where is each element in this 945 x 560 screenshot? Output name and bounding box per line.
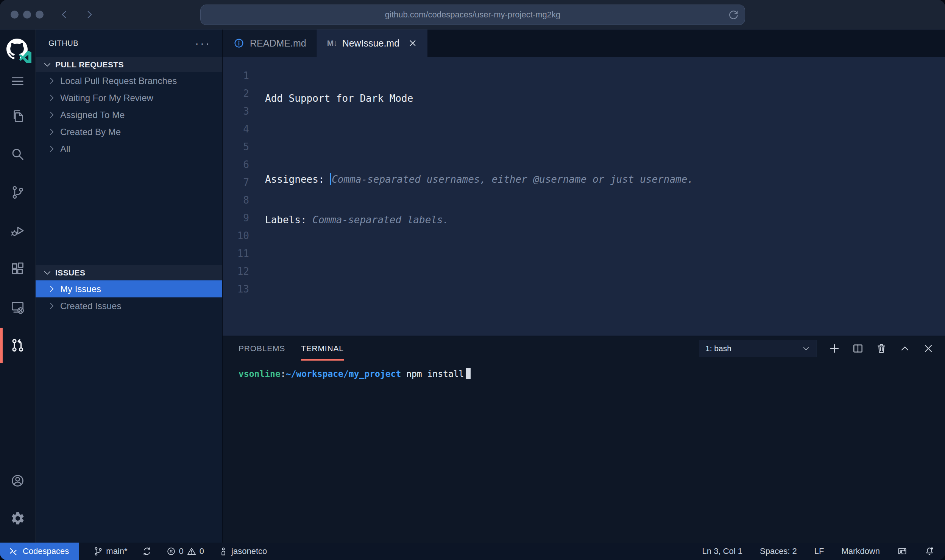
menu-icon[interactable] [0,65,36,97]
git-branch-icon [93,546,103,556]
notifications-button[interactable] [925,546,934,556]
chevron-right-icon [47,144,56,154]
eol-indicator[interactable]: LF [814,546,824,556]
remote-explorer-icon[interactable] [0,288,36,326]
sidebar-item-created-by-me[interactable]: Created By Me [36,123,222,140]
warning-icon [187,546,196,556]
bottom-panel: PROBLEMS TERMINAL 1: bash [223,336,945,543]
terminal[interactable]: vsonline:~/workspace/my_project npm inst… [223,361,945,379]
forward-arrow-icon[interactable] [84,9,94,20]
chevron-right-icon [47,301,56,311]
sidebar-item-local-pull-request-branches[interactable]: Local Pull Request Branches [36,72,222,89]
url-text: github.com/codespaces/user-my-project-mg… [385,10,560,20]
problems-indicator[interactable]: 0 0 [166,546,204,556]
sidebar-title: GITHUB [48,39,195,48]
maximize-panel-icon[interactable] [899,342,911,355]
source-control-icon[interactable] [0,173,36,212]
tab-terminal[interactable]: TERMINAL [301,336,344,361]
chevron-right-icon [47,284,56,294]
chevron-right-icon [47,110,56,120]
account-icon[interactable] [0,462,36,499]
close-window-button[interactable] [11,11,19,19]
new-terminal-icon[interactable] [828,342,841,355]
panel-header: PROBLEMS TERMINAL 1: bash [223,336,945,361]
split-terminal-icon[interactable] [852,342,864,355]
bell-icon [925,546,934,556]
run-debug-icon[interactable] [0,212,36,250]
editor-tab-bar: README.md M↓ NewIssue.md [223,30,945,57]
chevron-right-icon [47,127,56,137]
address-bar[interactable]: github.com/codespaces/user-my-project-mg… [200,5,745,25]
close-panel-icon[interactable] [922,342,934,355]
chevron-right-icon [47,76,56,86]
terminal-shell-select[interactable]: 1: bash [699,340,817,357]
sidebar-item-created-issues[interactable]: Created Issues [36,297,222,314]
user-indicator[interactable]: jasonetco [218,546,267,556]
explorer-icon[interactable] [0,97,36,135]
chevron-down-icon [42,268,52,278]
activity-bar [0,30,36,543]
sidebar-item-my-issues[interactable]: My Issues [36,280,222,297]
tab-newissue[interactable]: M↓ NewIssue.md [317,30,427,57]
code-line: Assignees: Comma-separated usernames, ei… [265,171,828,188]
browser-chrome: github.com/codespaces/user-my-project-mg… [0,0,945,30]
window-controls [11,11,44,19]
github-pull-request-icon[interactable] [0,326,36,364]
remote-icon [8,546,18,556]
codespaces-window: github.com/codespaces/user-my-project-mg… [0,0,945,560]
close-icon[interactable] [408,38,418,48]
person-icon [218,546,228,556]
sidebar-header: GITHUB ··· [36,30,222,57]
extensions-icon[interactable] [0,250,36,288]
sync-button[interactable] [142,546,152,556]
info-icon [233,37,245,49]
settings-gear-icon[interactable] [0,499,36,537]
tab-readme[interactable]: README.md [223,30,317,57]
code-line [265,333,828,336]
chevron-down-icon [802,344,811,353]
notification-dot [931,548,933,549]
ellipsis-icon[interactable]: ··· [195,41,211,45]
chevron-right-icon [47,93,56,103]
search-icon[interactable] [0,135,36,173]
code-line [265,292,828,310]
sidebar-item-waiting-for-my-review[interactable]: Waiting For My Review [36,89,222,106]
github-sidebar: GITHUB ··· PULL REQUESTS Local Pull Requ… [36,30,223,543]
sidebar-item-assigned-to-me[interactable]: Assigned To Me [36,106,222,123]
sidebar-item-all[interactable]: All [36,140,222,157]
code-area[interactable]: Add Support for Dark Mode Assignees: Com… [265,67,828,336]
section-header-pull-requests[interactable]: PULL REQUESTS [36,57,222,72]
editor-gutter: 12 34 56 78 910 1112 13 [223,67,249,336]
code-line [265,252,828,269]
cursor-position[interactable]: Ln 3, Col 1 [702,546,742,556]
minimize-window-button[interactable] [23,11,31,19]
back-arrow-icon[interactable] [59,9,70,20]
code-line: Add Support for Dark Mode [265,90,828,107]
status-bar: Codespaces main* 0 0 jasonetco Ln 3, Col… [0,543,945,560]
editor[interactable]: 12 34 56 78 910 1112 13 Add Support for … [223,57,945,336]
zoom-window-button[interactable] [36,11,44,19]
codespaces-remote-button[interactable]: Codespaces [0,543,79,560]
sync-icon [142,546,152,556]
feedback-icon [897,546,907,556]
github-vscode-logo [6,39,29,61]
feedback-button[interactable] [897,546,907,556]
indentation-indicator[interactable]: Spaces: 2 [760,546,797,556]
markdown-icon: M↓ [327,39,337,48]
tab-problems[interactable]: PROBLEMS [239,336,285,361]
text-cursor [330,173,331,185]
kill-terminal-icon[interactable] [875,342,887,355]
branch-indicator[interactable]: main* [93,546,127,556]
chevron-down-icon [42,60,52,70]
language-indicator[interactable]: Markdown [842,546,880,556]
code-line [265,130,828,148]
reload-icon[interactable] [727,9,739,21]
code-line: Labels: Comma-separated labels. [265,211,828,229]
section-header-issues[interactable]: ISSUES [36,265,222,280]
error-icon [166,546,176,556]
terminal-cursor [466,368,471,379]
